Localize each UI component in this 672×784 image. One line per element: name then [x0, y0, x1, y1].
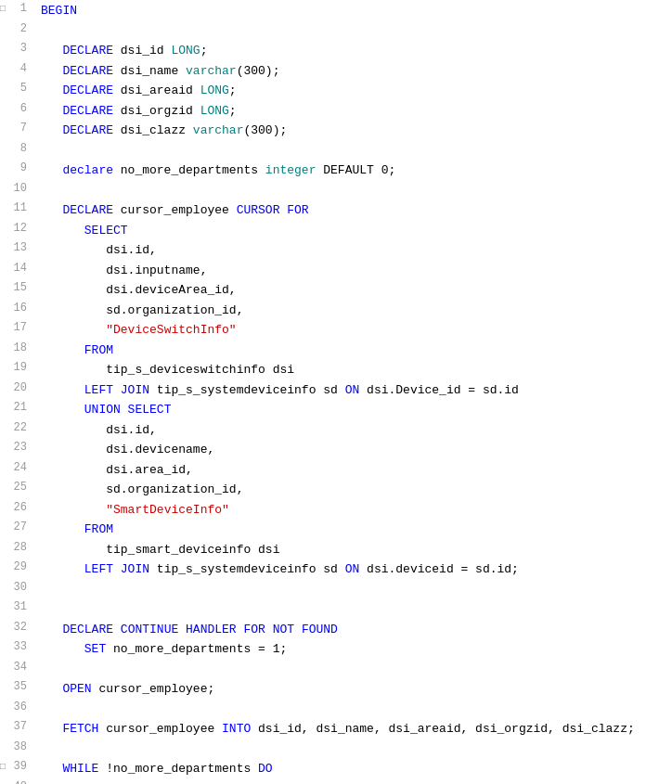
code-token: FETCH: [62, 722, 98, 736]
line-number: 25: [10, 479, 31, 495]
code-line-content: OPEN cursor_employee;: [35, 678, 672, 699]
code-token: DEFAULT 0;: [316, 163, 395, 177]
code-token: "DeviceSwitchInfo": [106, 323, 236, 337]
table-row: 37 FETCH cursor_employee INTO dsi_id, ds…: [0, 718, 672, 739]
code-token: [41, 682, 62, 696]
code-token: no_more_departments = 1;: [106, 642, 287, 656]
code-token: DECLARE: [62, 123, 113, 137]
code-line-content: "DeviceSwitchInfo": [35, 319, 672, 340]
line-number-wrap: 4: [0, 60, 35, 77]
line-number-wrap: 40: [0, 778, 35, 785]
code-token: DO: [258, 762, 273, 776]
code-token: DECLARE: [62, 84, 113, 97]
line-number: 23: [10, 439, 31, 456]
code-line-content: [35, 20, 672, 41]
code-token: DECLARE: [62, 104, 113, 118]
line-number: 19: [10, 359, 31, 376]
line-number: 10: [10, 180, 31, 197]
line-number-wrap: □39: [0, 758, 35, 775]
code-token: cursor_employee;: [92, 682, 215, 696]
code-token: dsi.area_id,: [41, 463, 193, 477]
code-token: sd.organization_id,: [41, 482, 243, 496]
code-line-content: DECLARE cursor_employee CURSOR FOR: [35, 199, 672, 220]
code-line-content: dsi.area_id,: [35, 459, 672, 480]
line-number-wrap: 32: [0, 619, 35, 636]
code-editor: □1BEGIN 2 3 DECLARE dsi_id LONG; 4 DECLA…: [0, 0, 672, 784]
line-number: 18: [10, 340, 31, 356]
code-token: dsi_id, dsi_name, dsi_areaid, dsi_orgzid…: [251, 722, 634, 736]
line-number-wrap: 16: [0, 300, 35, 316]
line-number: 6: [10, 100, 31, 117]
line-number: 30: [10, 579, 31, 596]
table-row: 20 LEFT JOIN tip_s_systemdeviceinfo sd O…: [0, 379, 672, 400]
code-token: (300);: [237, 64, 280, 78]
line-number: 2: [10, 20, 31, 37]
code-token: FOR NOT FOUND: [243, 623, 337, 636]
table-row: 36: [0, 699, 672, 719]
line-number: 34: [10, 659, 31, 675]
line-number: 9: [10, 160, 31, 176]
code-line-content: [35, 699, 672, 719]
line-number: 21: [10, 399, 31, 416]
code-line-content: [35, 778, 672, 785]
code-line-content: sd.organization_id,: [35, 300, 672, 320]
code-token: !no_more_departments: [98, 762, 258, 776]
code-token: dsi_name: [113, 64, 186, 78]
code-token: cursor_employee: [113, 203, 237, 217]
line-number-wrap: 30: [0, 579, 35, 596]
code-token: HANDLER: [186, 623, 237, 636]
table-row: 17 "DeviceSwitchInfo": [0, 319, 672, 340]
code-line-content: WHILE !no_more_departments DO: [35, 758, 672, 778]
table-row: 4 DECLARE dsi_name varchar(300);: [0, 60, 672, 81]
line-number-wrap: 25: [0, 479, 35, 495]
code-token: INTO: [222, 722, 251, 736]
line-number-wrap: 17: [0, 319, 35, 336]
line-number-wrap: 35: [0, 678, 35, 695]
line-number: 29: [10, 559, 31, 575]
code-token: tip_s_deviceswitchinfo dsi: [41, 363, 294, 377]
table-row: 6 DECLARE dsi_orgzid LONG;: [0, 100, 672, 121]
table-row: 8: [0, 140, 672, 161]
table-row: 40: [0, 778, 672, 785]
line-number: 11: [10, 199, 31, 216]
code-token: [41, 762, 62, 776]
fold-icon[interactable]: □: [0, 760, 9, 774]
line-number-wrap: 3: [0, 40, 35, 57]
code-line-content: tip_s_deviceswitchinfo dsi: [35, 359, 672, 379]
line-number-wrap: 27: [0, 519, 35, 535]
code-token: SET: [84, 642, 106, 656]
code-line-content: BEGIN: [35, 0, 672, 20]
line-number: 35: [10, 678, 31, 695]
code-token: LONG: [200, 104, 229, 118]
line-number-wrap: 2: [0, 20, 35, 37]
code-token: FROM: [84, 343, 113, 357]
code-line-content: dsi.inputname,: [35, 260, 672, 280]
fold-icon[interactable]: □: [0, 2, 9, 16]
line-number-wrap: 12: [0, 220, 35, 237]
code-token: dsi_id: [113, 44, 171, 58]
line-number-wrap: 11: [0, 199, 35, 216]
table-row: □39 WHILE !no_more_departments DO: [0, 758, 672, 778]
line-number: 12: [10, 220, 31, 237]
code-token: dsi.deviceid = sd.id;: [359, 562, 519, 576]
line-number: 15: [10, 279, 31, 296]
table-row: 38: [0, 739, 672, 759]
code-token: dsi.inputname,: [41, 263, 207, 277]
table-row: □1BEGIN: [0, 0, 672, 20]
code-line-content: FETCH cursor_employee INTO dsi_id, dsi_n…: [35, 718, 672, 739]
line-number-wrap: 34: [0, 659, 35, 675]
code-token: ;: [200, 44, 208, 58]
line-number-wrap: 7: [0, 120, 35, 136]
table-row: 28 tip_smart_deviceinfo dsi: [0, 539, 672, 559]
code-token: [41, 224, 84, 238]
line-number: 5: [10, 80, 31, 96]
line-number: 24: [10, 459, 31, 476]
line-number: 17: [10, 319, 31, 336]
code-token: LEFT JOIN: [84, 562, 149, 576]
table-row: 29 LEFT JOIN tip_s_systemdeviceinfo sd O…: [0, 559, 672, 579]
code-token: cursor_employee: [98, 722, 222, 736]
code-token: DECLARE: [62, 44, 113, 58]
table-row: 10: [0, 180, 672, 200]
table-row: 16 sd.organization_id,: [0, 300, 672, 320]
code-token: [41, 503, 106, 517]
